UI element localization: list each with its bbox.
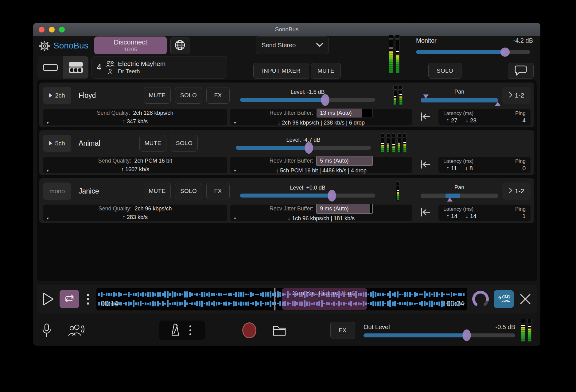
- send-rate: ↑ 283 kb/s: [43, 213, 227, 221]
- level-label: Level: -1.5 dB: [240, 89, 375, 95]
- play-button[interactable]: [42, 292, 55, 306]
- peer-solo-button[interactable]: SOLO: [171, 135, 198, 152]
- level-slider[interactable]: [236, 146, 371, 150]
- self-solo-button[interactable]: SOLO: [428, 63, 461, 79]
- peer-mute-button[interactable]: MUTE: [139, 135, 166, 152]
- connect-globe-button[interactable]: [170, 37, 189, 54]
- peer-expand-button[interactable]: 2ch: [43, 87, 71, 104]
- level-slider-knob[interactable]: [321, 94, 329, 106]
- peer-mute-button[interactable]: MUTE: [144, 87, 171, 104]
- jitter-buffer-value: 9 ms (Auto): [320, 205, 348, 213]
- send-mode-select[interactable]: Send Stereo: [256, 37, 329, 54]
- monitor-slider[interactable]: [416, 50, 530, 54]
- record-button[interactable]: [242, 322, 256, 338]
- level-slider-knob[interactable]: [305, 142, 313, 154]
- own-user-name: Dr Teeth: [118, 68, 140, 75]
- recv-jitter-panel[interactable]: Recv Jitter Buffer: 5 ms (Auto) ↓ 5ch PC…: [230, 157, 412, 173]
- peer-solo-button[interactable]: SOLO: [175, 183, 202, 199]
- playhead-cursor[interactable]: [274, 288, 275, 310]
- expand-caret-icon[interactable]: [233, 121, 237, 125]
- waveform[interactable]: Can You Picture That? 00:14 00:24: [96, 288, 467, 310]
- latency-down: ↓ 8: [465, 165, 473, 172]
- chat-button[interactable]: [508, 63, 534, 79]
- expand-caret-icon[interactable]: [233, 217, 237, 220]
- group-info-panel[interactable]: 4 Electric Mayhem Dr Teeth: [91, 56, 227, 79]
- loop-button[interactable]: [60, 290, 79, 308]
- peer-expand-button[interactable]: 5ch: [43, 135, 71, 152]
- peer-row-floyd: 2ch Floyd MUTE SOLO FX Level: -1.5 dB: [39, 83, 534, 127]
- waveform-lane-right: [98, 299, 465, 308]
- close-window-button[interactable]: [39, 27, 45, 33]
- pan-slider[interactable]: [421, 98, 498, 102]
- send-quality-panel[interactable]: Send Quality:2ch 96 kbps/ch ↑ 283 kb/s: [43, 205, 227, 221]
- ping-value: 0: [522, 165, 526, 172]
- peers-list: 2ch Floyd MUTE SOLO FX Level: -1.5 dB: [37, 80, 537, 281]
- jitter-buffer-control[interactable]: 9 ms (Auto): [316, 204, 373, 214]
- pan-handle[interactable]: [447, 198, 453, 202]
- clip-title: Can You Picture That?: [292, 289, 357, 297]
- send-quality-panel[interactable]: Send Quality:2ch PCM 16 bit ↑ 1607 kb/s: [43, 157, 227, 173]
- jitter-reset-button[interactable]: [415, 157, 435, 173]
- send-quality-panel[interactable]: Send Quality:2ch 128 kbps/ch ↑ 347 kb/s: [43, 109, 227, 125]
- mixer-strips-icon: [69, 62, 83, 73]
- titlebar[interactable]: SonoBus: [33, 23, 540, 36]
- disconnect-label: Disconnect: [114, 38, 147, 46]
- peer-channels: 2ch: [55, 92, 65, 99]
- mic-mute-button[interactable]: [42, 323, 52, 337]
- peer-fx-button[interactable]: FX: [206, 87, 230, 104]
- playback-gain-knob[interactable]: [472, 291, 489, 307]
- jitter-buffer-value: 5 ms (Auto): [320, 157, 348, 165]
- expand-caret-icon[interactable]: [46, 217, 49, 220]
- single-strip-icon: [43, 64, 58, 71]
- minimize-window-button[interactable]: [49, 27, 55, 33]
- pan-right-handle[interactable]: [495, 102, 500, 106]
- level-slider[interactable]: [240, 194, 375, 198]
- monitor-slider-knob[interactable]: [500, 48, 510, 57]
- level-slider-knob[interactable]: [328, 190, 336, 202]
- disconnect-button[interactable]: Disconnect 16:05: [94, 37, 167, 54]
- peer-mute-button[interactable]: MUTE: [144, 183, 171, 199]
- dest-channels-button[interactable]: 1-2: [502, 87, 531, 104]
- view-mixer-button[interactable]: [63, 56, 88, 79]
- jitter-reset-button[interactable]: [415, 109, 435, 125]
- recv-jitter-panel[interactable]: Recv Jitter Buffer: 13 ms (Auto) ↓ 2ch 9…: [230, 109, 412, 125]
- open-file-button[interactable]: [272, 324, 286, 336]
- self-mute-button[interactable]: MUTE: [311, 63, 341, 79]
- latency-down: ↓ 14: [465, 213, 477, 220]
- expand-caret-icon[interactable]: [46, 169, 49, 172]
- recv-stats: ↓ 1ch 96 kbps/ch | 181 kb/s: [230, 214, 412, 222]
- time-total: 00:24: [446, 300, 464, 308]
- metronome-button[interactable]: [159, 321, 205, 340]
- peer-row-animal: 5ch Animal MUTE SOLO Level: -4.7 dB: [39, 130, 534, 175]
- settings-gear-icon[interactable]: [39, 40, 50, 53]
- out-level-db-value: -0.5 dB: [496, 324, 515, 331]
- out-level-slider[interactable]: [364, 333, 515, 337]
- input-mixer-button[interactable]: INPUT MIXER: [253, 63, 309, 79]
- metronome-menu-icon[interactable]: [187, 325, 194, 335]
- output-fx-button[interactable]: FX: [330, 322, 355, 339]
- jitter-buffer-control[interactable]: 13 ms (Auto): [316, 108, 373, 118]
- playback-menu-button[interactable]: [84, 294, 91, 305]
- peer-solo-button[interactable]: SOLO: [175, 87, 202, 104]
- peer-fx-button[interactable]: FX: [206, 183, 230, 199]
- peer-expand-button[interactable]: mono: [43, 183, 71, 200]
- arrow-to-bar-icon: [419, 110, 431, 124]
- close-file-button[interactable]: [519, 293, 532, 306]
- dest-channels-button[interactable]: 1-2: [502, 183, 531, 200]
- peer-name: Animal: [76, 139, 135, 148]
- expand-caret-icon[interactable]: [233, 169, 237, 172]
- recv-jitter-panel[interactable]: Recv Jitter Buffer: 9 ms (Auto) ↓ 1ch 96…: [230, 205, 412, 221]
- jitter-reset-button[interactable]: [415, 205, 435, 221]
- zoom-window-button[interactable]: [59, 27, 65, 33]
- window-title: SonoBus: [275, 26, 298, 33]
- pan-left-handle[interactable]: [423, 94, 429, 98]
- jitter-buffer-control[interactable]: 5 ms (Auto): [316, 156, 373, 166]
- send-to-group-button[interactable]: [494, 290, 514, 308]
- out-level-slider-knob[interactable]: [462, 329, 471, 341]
- expand-caret-icon[interactable]: [46, 121, 49, 125]
- level-slider[interactable]: [240, 98, 375, 102]
- hear-others-button[interactable]: [68, 324, 85, 337]
- pan-slider[interactable]: [421, 194, 498, 198]
- bottom-toolbar: FX Out Level -0.5 dB: [33, 317, 540, 344]
- view-minimal-button[interactable]: [37, 56, 63, 79]
